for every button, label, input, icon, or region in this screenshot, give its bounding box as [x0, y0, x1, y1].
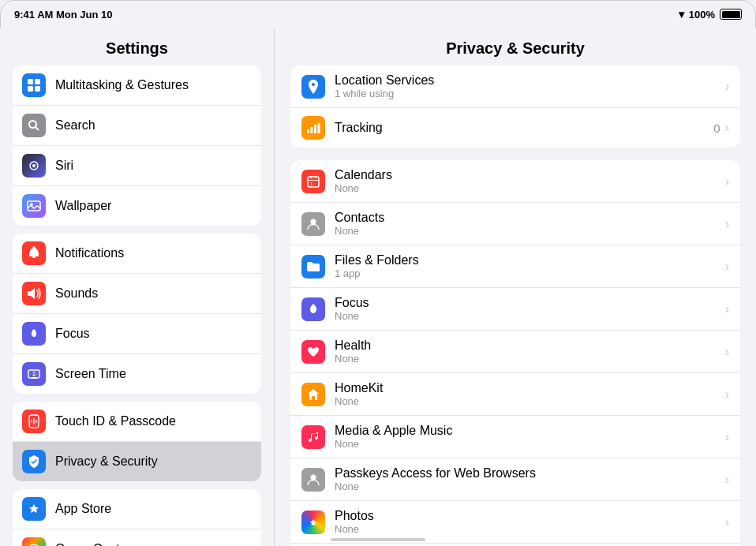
- sidebar-item-search[interactable]: Search: [13, 106, 261, 146]
- svg-rect-1: [35, 79, 40, 84]
- contacts-right: ›: [725, 217, 729, 231]
- sidebar-item-multitasking[interactable]: Multitasking & Gestures: [13, 65, 261, 106]
- svg-line-5: [36, 127, 39, 130]
- music-icon: [301, 425, 325, 449]
- detail-item-photos[interactable]: Photos None ›: [290, 501, 740, 544]
- contacts-text: Contacts None: [335, 211, 725, 237]
- svg-rect-0: [28, 79, 33, 84]
- detail-item-calendars[interactable]: 1 Calendars None ›: [290, 160, 740, 203]
- svg-point-25: [312, 83, 315, 86]
- sidebar-item-wallpaper[interactable]: Wallpaper: [13, 186, 261, 226]
- wallpaper-icon: [22, 194, 46, 218]
- sidebar-item-gamecenter[interactable]: Game Center: [13, 529, 261, 546]
- sidebar-label-focus: Focus: [55, 327, 90, 341]
- photos-icon: [301, 510, 325, 534]
- music-title: Media & Apple Music: [335, 424, 725, 438]
- chevron-icon: ›: [725, 80, 729, 94]
- tracking-title: Tracking: [335, 121, 713, 135]
- detail-group-1: Location Services 1 while using ›: [290, 65, 740, 148]
- detail-item-tracking[interactable]: Tracking 0 ›: [290, 108, 740, 148]
- chevron-icon-11: ›: [725, 515, 729, 529]
- detail-item-focus[interactable]: Focus None ›: [290, 288, 740, 331]
- photos-sub: None: [335, 523, 725, 535]
- svg-point-12: [32, 332, 36, 335]
- svg-rect-10: [32, 256, 36, 258]
- sidebar-item-appstore[interactable]: App Store: [13, 489, 261, 529]
- sidebar-item-touchid[interactable]: Touch ID & Passcode: [13, 402, 261, 442]
- chevron-icon-8: ›: [725, 387, 729, 402]
- chevron-icon-9: ›: [725, 430, 729, 444]
- status-time: 9:41 AM Mon Jun 10: [14, 9, 112, 21]
- svg-text:⌛: ⌛: [31, 370, 38, 377]
- chevron-icon-3: ›: [725, 174, 729, 189]
- sidebar-content: Multitasking & Gestures Search: [0, 65, 274, 546]
- chevron-icon-5: ›: [725, 260, 729, 274]
- svg-rect-3: [35, 86, 40, 92]
- passkeys-title: Passkeys Access for Web Browsers: [335, 466, 725, 481]
- battery-icon: [720, 9, 742, 20]
- svg-point-7: [32, 164, 36, 167]
- sidebar-title: Settings: [0, 28, 274, 65]
- passkeys-text: Passkeys Access for Web Browsers None: [335, 466, 725, 492]
- health-title: Health: [335, 338, 725, 353]
- detail-panel: Privacy & Security Location Services 1 w…: [275, 28, 756, 546]
- sidebar-label-search: Search: [55, 118, 95, 133]
- focus-icon: [22, 322, 46, 346]
- detail-item-contacts[interactable]: Contacts None ›: [290, 203, 740, 245]
- calendars-sub: None: [335, 182, 725, 194]
- svg-rect-28: [314, 125, 316, 133]
- focus-right: ›: [725, 302, 729, 316]
- focus-detail-sub: None: [335, 310, 725, 322]
- touchid-icon: [22, 410, 46, 433]
- homekit-title: HomeKit: [335, 381, 725, 395]
- photos-text: Photos None: [335, 509, 725, 535]
- passkeys-sub: None: [335, 481, 725, 492]
- location-sub: 1 while using: [335, 88, 725, 99]
- health-sub: None: [335, 353, 725, 365]
- detail-group-2: 1 Calendars None ›: [290, 160, 740, 546]
- photos-title: Photos: [335, 509, 725, 523]
- chevron-icon-7: ›: [725, 345, 729, 359]
- sidebar-item-notifications[interactable]: Notifications: [13, 234, 261, 274]
- homekit-sub: None: [335, 395, 725, 407]
- chevron-icon-10: ›: [725, 473, 729, 487]
- calendars-right: ›: [725, 174, 729, 189]
- detail-item-files[interactable]: Files & Folders 1 app ›: [290, 245, 740, 288]
- sidebar-item-focus[interactable]: Focus: [13, 314, 261, 354]
- svg-point-36: [311, 474, 316, 480]
- detail-item-homekit[interactable]: HomeKit None ›: [290, 373, 740, 416]
- sidebar-item-sounds[interactable]: Sounds: [13, 274, 261, 314]
- files-text: Files & Folders 1 app: [335, 253, 725, 279]
- location-right: ›: [725, 80, 729, 94]
- sidebar-group-1: Multitasking & Gestures Search: [13, 65, 261, 226]
- passkeys-right: ›: [725, 473, 729, 487]
- sidebar: Settings Multitasking & Gestures: [0, 28, 275, 546]
- health-right: ›: [725, 345, 729, 359]
- sidebar-label-multitasking: Multitasking & Gestures: [55, 78, 189, 92]
- svg-rect-29: [318, 123, 320, 133]
- health-text: Health None: [335, 338, 725, 365]
- contacts-sub: None: [335, 225, 725, 237]
- sidebar-group-2: Notifications Sounds: [13, 234, 261, 394]
- sounds-icon: [22, 282, 46, 305]
- focus-detail-icon: [301, 297, 325, 321]
- files-right: ›: [725, 260, 729, 274]
- sidebar-item-screentime[interactable]: ⌛ Screen Time: [13, 354, 261, 394]
- chevron-icon-2: ›: [725, 121, 729, 135]
- sidebar-label-touchid: Touch ID & Passcode: [55, 414, 176, 428]
- notifications-icon: [22, 241, 46, 265]
- svg-point-4: [29, 121, 36, 128]
- detail-item-music[interactable]: Media & Apple Music None ›: [290, 416, 740, 458]
- calendars-icon: 1: [301, 170, 325, 193]
- sidebar-item-siri[interactable]: Siri: [13, 146, 261, 186]
- focus-detail-title: Focus: [335, 296, 725, 310]
- location-title: Location Services: [335, 73, 725, 88]
- battery-percent: 100%: [689, 9, 715, 21]
- calendars-title: Calendars: [335, 168, 725, 182]
- sidebar-item-privacy[interactable]: Privacy & Security: [13, 442, 261, 481]
- detail-item-location[interactable]: Location Services 1 while using ›: [290, 65, 740, 108]
- appstore-icon: [22, 497, 46, 521]
- sidebar-label-privacy: Privacy & Security: [55, 454, 158, 469]
- detail-item-health[interactable]: Health None ›: [290, 331, 740, 373]
- detail-item-passkeys[interactable]: Passkeys Access for Web Browsers None ›: [290, 458, 740, 501]
